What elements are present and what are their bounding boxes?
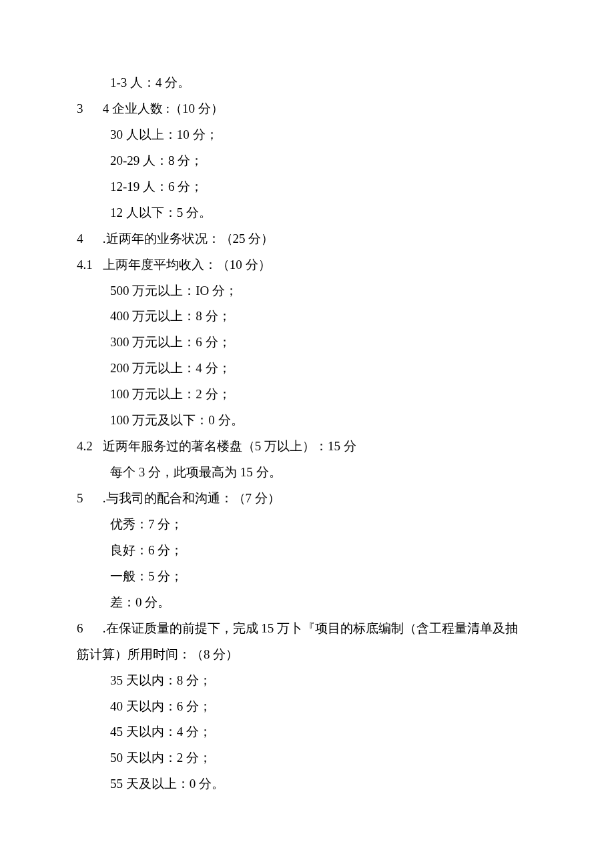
body-line: 筋计算）所用时间：（8 分）: [77, 642, 537, 668]
document-page: 1-3 人：4 分。 3 4 企业人数 :（10 分） 30 人以上：10 分；…: [0, 0, 614, 868]
body-line: 200 万元以上：4 分；: [77, 356, 537, 382]
heading-text: .在保证质量的前提下，完成 15 万卜『项目的标底编制（含工程量清单及抽: [103, 621, 518, 635]
list-number: 6: [77, 616, 99, 642]
body-line: 20-29 人：8 分；: [77, 148, 537, 174]
body-line: 100 万元及以下：0 分。: [77, 408, 537, 434]
heading-text: .与我司的配合和沟通：（7 分）: [103, 491, 280, 505]
section-heading: 4 .近两年的业务状况：（25 分）: [77, 226, 537, 252]
body-line: 每个 3 分，此项最高为 15 分。: [77, 460, 537, 486]
body-line: 55 天及以上：0 分。: [77, 771, 537, 797]
body-line: 30 人以上：10 分；: [77, 122, 537, 148]
list-number: 5: [77, 486, 99, 512]
body-line: 45 天以内：4 分；: [77, 719, 537, 745]
body-line: 35 天以内：8 分；: [77, 668, 537, 694]
heading-text: .近两年的业务状况：（25 分）: [103, 232, 274, 246]
body-line: 12-19 人：6 分；: [77, 174, 537, 200]
body-line: 良好：6 分；: [77, 538, 537, 564]
body-line: 300 万元以上：6 分；: [77, 330, 537, 356]
section-heading: 5 .与我司的配合和沟通：（7 分）: [77, 486, 537, 512]
list-number: 4.2: [77, 434, 99, 460]
subsection-heading: 4.2 近两年服务过的著名楼盘（5 万以上）：15 分: [77, 434, 537, 460]
body-line: 12 人以下：5 分。: [77, 200, 537, 226]
list-number: 4: [77, 226, 99, 252]
body-line: 差：0 分。: [77, 590, 537, 616]
list-number: 3: [77, 96, 99, 122]
heading-text: 近两年服务过的著名楼盘（5 万以上）：15 分: [103, 439, 356, 453]
section-heading: 6 .在保证质量的前提下，完成 15 万卜『项目的标底编制（含工程量清单及抽: [77, 616, 537, 642]
body-line: 100 万元以上：2 分；: [77, 382, 537, 408]
section-heading: 3 4 企业人数 :（10 分）: [77, 96, 537, 122]
body-line: 一般：5 分；: [77, 564, 537, 590]
body-line: 优秀：7 分；: [77, 512, 537, 538]
body-line: 400 万元以上：8 分；: [77, 304, 537, 330]
heading-text: 4 企业人数 :（10 分）: [103, 101, 224, 115]
body-line: 1-3 人：4 分。: [77, 70, 537, 96]
body-line: 50 天以内：2 分；: [77, 745, 537, 771]
list-number: 4.1: [77, 252, 99, 278]
subsection-heading: 4.1 上两年度平均收入：（10 分）: [77, 252, 537, 278]
heading-text: 上两年度平均收入：（10 分）: [103, 258, 271, 272]
body-line: 40 天以内：6 分；: [77, 694, 537, 720]
body-line: 500 万元以上：IO 分；: [77, 278, 537, 304]
